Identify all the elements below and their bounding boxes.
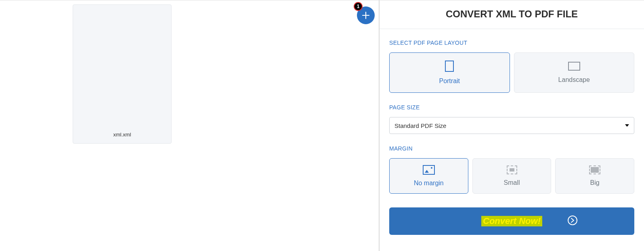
- small-margin-icon: [507, 165, 517, 174]
- no-margin-icon: [423, 165, 435, 175]
- plus-icon: [361, 11, 370, 20]
- svg-point-2: [568, 216, 577, 225]
- layout-landscape-label: Landscape: [558, 76, 590, 84]
- layout-portrait-option[interactable]: Portrait: [389, 52, 510, 93]
- arrow-right-circle-icon: [567, 215, 578, 227]
- settings-panel: CONVERT XML TO PDF FILE SELECT PDF PAGE …: [380, 0, 644, 251]
- portrait-icon: [445, 61, 454, 72]
- file-name-label: xml.xml: [113, 132, 131, 138]
- layout-portrait-label: Portrait: [439, 77, 460, 85]
- big-margin-icon: [589, 165, 600, 174]
- margin-small-label: Small: [504, 179, 520, 186]
- convert-button-label: Convert Now!: [481, 216, 542, 226]
- margin-section-label: MARGIN: [389, 145, 634, 152]
- landscape-icon: [568, 62, 580, 71]
- page-title: CONVERT XML TO PDF FILE: [380, 0, 644, 29]
- convert-button[interactable]: Convert Now!: [389, 207, 634, 235]
- svg-rect-0: [445, 61, 453, 71]
- pagesize-section-label: PAGE SIZE: [389, 104, 634, 111]
- margin-big-label: Big: [590, 179, 600, 186]
- margin-big-option[interactable]: Big: [555, 158, 634, 194]
- layout-options: Portrait Landscape: [389, 52, 634, 93]
- margin-none-label: No margin: [414, 180, 444, 187]
- svg-rect-1: [568, 62, 580, 70]
- page-size-select[interactable]: Standard PDF Size: [389, 117, 634, 134]
- margin-small-option[interactable]: Small: [472, 158, 552, 194]
- margin-options: No margin Small Big: [389, 158, 634, 194]
- layout-section-label: SELECT PDF PAGE LAYOUT: [389, 40, 634, 46]
- file-count-badge: 1: [354, 2, 363, 11]
- margin-none-option[interactable]: No margin: [389, 158, 468, 194]
- file-card[interactable]: xml.xml: [73, 4, 172, 144]
- file-preview-panel: xml.xml 1: [0, 0, 380, 251]
- layout-landscape-option[interactable]: Landscape: [514, 52, 635, 93]
